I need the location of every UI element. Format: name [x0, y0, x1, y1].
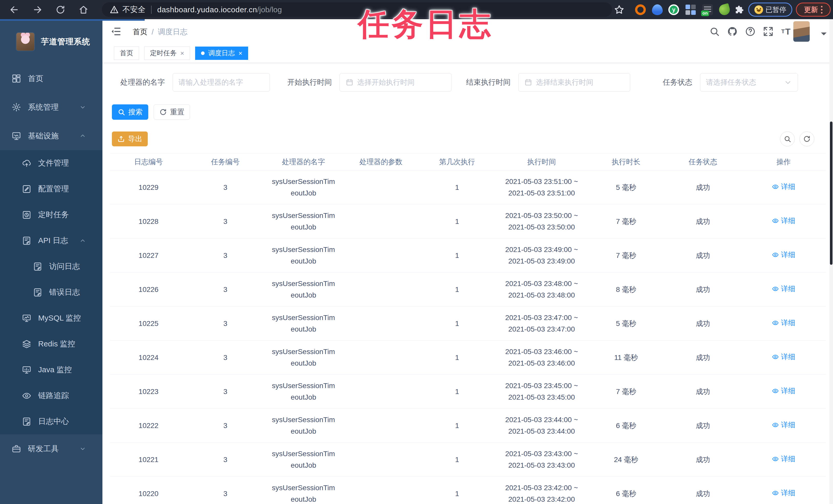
security-label: 不安全 [122, 4, 145, 15]
sidebar-item-home[interactable]: 首页 [0, 64, 102, 93]
header-search-icon[interactable] [708, 25, 720, 37]
browser-reload-icon[interactable] [54, 4, 67, 16]
sidebar-item-api-log[interactable]: API 日志 [0, 228, 102, 254]
cell-log-id: 10220 [110, 477, 187, 504]
extension-grid-icon[interactable] [685, 4, 696, 15]
begin-time-date-picker[interactable]: 选择开始执行时间 [339, 73, 451, 92]
sidebar-item-trace[interactable]: 链路追踪 [0, 383, 102, 409]
sidebar-item-java-monitor[interactable]: Java 监控 [0, 357, 102, 383]
collapse-sidebar-icon[interactable] [110, 26, 121, 37]
cell-actions: 详细 [741, 238, 826, 273]
search-button[interactable]: 搜索 [112, 104, 148, 120]
sidebar-item-error-log[interactable]: 错误日志 [0, 279, 102, 305]
cell-handler: sysUserSessionTimeoutJob [264, 238, 343, 273]
detail-link[interactable]: 详细 [772, 453, 795, 464]
help-icon[interactable] [744, 25, 757, 37]
cell-status: 成功 [665, 375, 741, 409]
show-search-toggle-button[interactable] [780, 131, 795, 146]
cell-param [343, 375, 419, 409]
sidebar-item-system-manage[interactable]: 系统管理 [0, 93, 102, 122]
reset-button[interactable]: 重置 [153, 104, 190, 120]
detail-link[interactable]: 详细 [772, 249, 795, 260]
filter-group-begin-time: 开始执行时间选择开始执行时间 [287, 73, 451, 92]
detail-link[interactable]: 详细 [772, 283, 795, 295]
browser-forward-icon[interactable] [31, 4, 44, 16]
sidebar-item-file-manage[interactable]: 文件管理 [0, 150, 102, 176]
job-status-select[interactable]: 请选择任务状态 [700, 73, 798, 92]
column-header: 任务状态 [665, 153, 741, 170]
cell-exec-index: 1 [419, 409, 496, 443]
tag-home[interactable]: 首页 [114, 47, 139, 60]
profile-emoji-icon [754, 5, 763, 14]
sidebar-item-dev-tools[interactable]: 研发工具 [0, 434, 102, 463]
breadcrumb-home[interactable]: 首页 [133, 27, 147, 37]
cell-actions: 详细 [741, 443, 826, 477]
sidebar-item-label: 日志中心 [38, 416, 69, 427]
browser-home-icon[interactable] [77, 4, 90, 16]
cell-log-id: 10221 [110, 443, 187, 477]
page-scrollbar[interactable] [829, 19, 833, 504]
overlay-watermark-title: 任务日志 [358, 4, 493, 46]
sidebar-item-label: 首页 [28, 73, 43, 84]
detail-link[interactable]: 详细 [772, 419, 795, 431]
detail-link[interactable]: 详细 [772, 487, 795, 499]
log-icon [22, 417, 31, 427]
cell-exec-time: 2021-05-03 23:49:00 ~2021-05-03 23:49:00 [496, 238, 588, 273]
handler-line2: eoutJob [264, 459, 343, 471]
detail-link[interactable]: 详细 [772, 385, 795, 397]
handler-line2: eoutJob [264, 289, 343, 301]
extension-drop-icon[interactable] [652, 4, 663, 15]
extension-leaf-icon[interactable] [718, 3, 731, 16]
sidebar-item-config-manage[interactable]: 配置管理 [0, 176, 102, 202]
time-line1: 2021-05-03 23:49:00 ~ [496, 244, 588, 255]
close-tag-icon[interactable]: × [180, 50, 184, 56]
close-tag-icon[interactable]: × [238, 50, 242, 56]
profile-paused-chip[interactable]: 已暂停 [748, 3, 792, 17]
extension-on-badge-icon[interactable]: on [702, 4, 713, 15]
detail-link-label: 详细 [781, 453, 795, 464]
page-scrollbar-thumb[interactable] [830, 122, 832, 265]
detail-link[interactable]: 详细 [772, 317, 795, 328]
briefcase-icon [11, 444, 21, 454]
browser-menu-dots-icon[interactable] [821, 5, 823, 14]
user-avatar[interactable] [793, 21, 810, 42]
detail-link[interactable]: 详细 [772, 351, 795, 362]
tag-job[interactable]: 定时任务× [144, 47, 190, 60]
log-icon [22, 236, 31, 246]
user-menu-caret-icon[interactable] [821, 32, 827, 38]
detail-link[interactable]: 详细 [772, 181, 795, 193]
extension-orange-icon[interactable] [635, 4, 646, 15]
browser-update-button[interactable]: 更新 [796, 3, 831, 17]
handler-line1: sysUserSessionTim [264, 482, 343, 494]
export-button[interactable]: 导出 [112, 131, 148, 146]
cell-log-id: 10224 [110, 341, 187, 375]
cell-actions: 详细 [741, 170, 826, 204]
sidebar-item-redis-monitor[interactable]: Redis 监控 [0, 331, 102, 357]
handler-line1: sysUserSessionTim [264, 278, 343, 289]
sidebar-item-log-center[interactable]: 日志中心 [0, 409, 102, 434]
extension-green-y-icon[interactable]: y [668, 4, 679, 15]
java-icon [22, 365, 31, 375]
sidebar-item-infrastructure[interactable]: 基础设施 [0, 122, 102, 150]
fullscreen-icon[interactable] [762, 25, 775, 37]
handler-line2: eoutJob [264, 255, 343, 267]
handler-name-input[interactable] [173, 73, 270, 92]
app-logo-row[interactable]: 芋道管理系统 [0, 19, 102, 64]
refresh-table-button[interactable] [800, 131, 814, 146]
column-header: 任务编号 [187, 153, 264, 170]
tag-job-log[interactable]: 调度日志× [195, 47, 248, 60]
sidebar-item-mysql-monitor[interactable]: MySQL 监控 [0, 305, 102, 331]
sidebar-item-scheduled-task[interactable]: 定时任务 [0, 202, 102, 228]
sidebar-item-access-log[interactable]: 访问日志 [0, 254, 102, 279]
select-placeholder: 请选择任务状态 [706, 77, 756, 87]
font-size-icon[interactable]: TT [780, 25, 792, 37]
bookmark-star-icon[interactable] [614, 4, 625, 15]
table-row: 102293sysUserSessionTimeoutJob12021-05-0… [110, 170, 826, 204]
detail-link[interactable]: 详细 [772, 215, 795, 226]
handler-name-input-field[interactable] [178, 78, 264, 86]
end-time-date-picker[interactable]: 选择结束执行时间 [518, 73, 630, 92]
extensions-puzzle-icon[interactable] [734, 4, 745, 15]
browser-back-icon[interactable] [8, 4, 21, 16]
address-bar[interactable]: 不安全 dashboard.yudao.iocoder.cn /job/log [102, 2, 612, 17]
github-icon[interactable] [726, 25, 738, 37]
